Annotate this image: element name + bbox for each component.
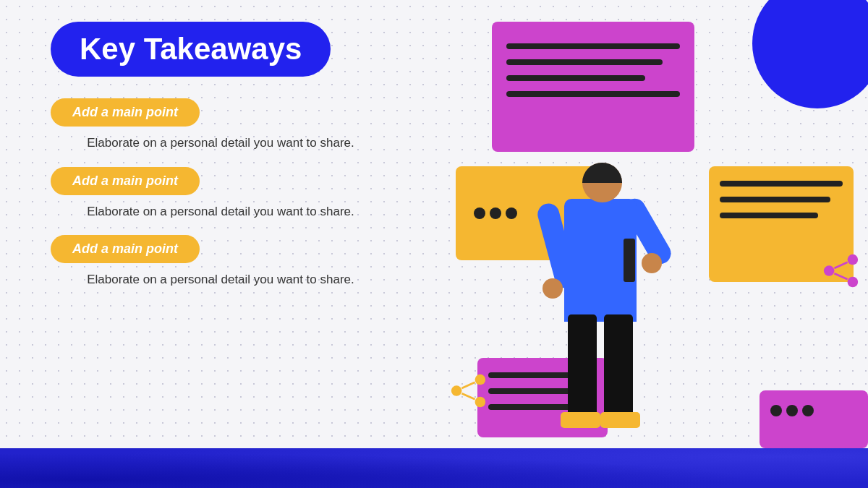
dot-br-3 bbox=[802, 405, 814, 416]
svg-line-8 bbox=[461, 382, 475, 388]
takeaway-item-2: Add a main point Elaborate on a personal… bbox=[51, 167, 391, 221]
illustration-container bbox=[434, 0, 868, 488]
takeaway-item-3: Add a main point Elaborate on a personal… bbox=[51, 235, 391, 289]
person-body bbox=[564, 199, 637, 322]
dot-br-2 bbox=[786, 405, 798, 416]
title-badge: Key Takeaways bbox=[51, 22, 331, 77]
share-icon-yellow bbox=[448, 373, 488, 416]
main-content: Key Takeaways Add a main point Elaborate… bbox=[0, 0, 868, 488]
card-line-r3 bbox=[720, 213, 818, 218]
dot-2 bbox=[490, 207, 501, 219]
card-line-3 bbox=[506, 75, 645, 81]
share-svg-purple bbox=[821, 253, 861, 289]
person-hand-left bbox=[542, 278, 563, 299]
card-lines-top bbox=[492, 22, 694, 129]
detail-text-3: Elaborate on a personal detail you want … bbox=[51, 270, 391, 289]
svg-point-7 bbox=[475, 397, 486, 408]
svg-point-0 bbox=[848, 254, 859, 265]
takeaway-item-1: Add a main point Elaborate on a personal… bbox=[51, 98, 391, 153]
person-illustration bbox=[535, 163, 665, 452]
share-icon-purple bbox=[821, 253, 861, 296]
person-leg-right bbox=[604, 314, 633, 416]
person-tie bbox=[624, 239, 635, 282]
svg-line-4 bbox=[834, 273, 847, 279]
svg-line-3 bbox=[834, 262, 847, 268]
dots-row bbox=[467, 202, 524, 225]
card-lines-right bbox=[709, 166, 854, 243]
detail-text-1: Elaborate on a personal detail you want … bbox=[51, 134, 391, 153]
svg-point-1 bbox=[824, 265, 835, 276]
card-line-r2 bbox=[720, 197, 830, 202]
card-purple-top bbox=[492, 22, 694, 152]
left-panel: Key Takeaways Add a main point Elaborate… bbox=[0, 0, 434, 488]
detail-text-2: Elaborate on a personal detail you want … bbox=[51, 202, 391, 221]
card-line-1 bbox=[506, 43, 680, 49]
card-line-2 bbox=[506, 59, 663, 65]
card-purple-br bbox=[760, 390, 868, 448]
dot-br-1 bbox=[770, 405, 782, 416]
page-title: Key Takeaways bbox=[80, 32, 302, 67]
dots-row-br bbox=[760, 390, 868, 431]
point-label-3: Add a main point bbox=[72, 241, 178, 256]
dot-3 bbox=[506, 207, 517, 219]
right-panel bbox=[434, 0, 868, 488]
share-svg-yellow bbox=[448, 373, 488, 409]
person-leg-left bbox=[568, 314, 597, 416]
person-hand-right bbox=[642, 253, 662, 273]
point-badge-3[interactable]: Add a main point bbox=[51, 235, 200, 263]
point-badge-1[interactable]: Add a main point bbox=[51, 98, 200, 127]
dot-1 bbox=[474, 207, 485, 219]
person-hair bbox=[582, 163, 622, 183]
point-badge-2[interactable]: Add a main point bbox=[51, 167, 200, 195]
person-shoe-left bbox=[561, 412, 600, 428]
svg-line-9 bbox=[461, 393, 475, 399]
point-label-2: Add a main point bbox=[72, 174, 178, 188]
person-shoe-right bbox=[600, 412, 640, 428]
point-label-1: Add a main point bbox=[72, 105, 178, 119]
svg-point-5 bbox=[475, 374, 486, 385]
svg-point-2 bbox=[848, 277, 859, 288]
card-line-4 bbox=[506, 91, 680, 97]
svg-point-6 bbox=[451, 385, 462, 396]
card-line-r1 bbox=[720, 181, 843, 187]
